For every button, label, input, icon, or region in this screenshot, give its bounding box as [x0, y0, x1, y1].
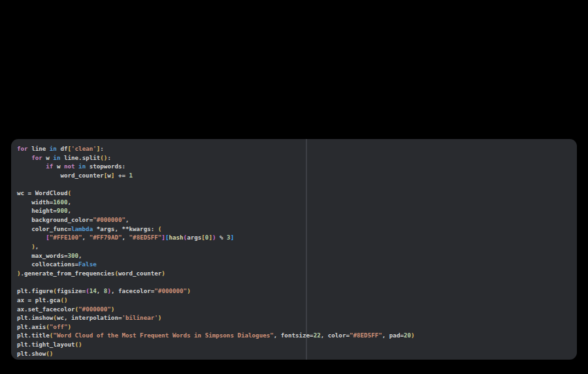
code-line: plt.axis("off") — [17, 322, 574, 332]
code-line: max_words=300, — [17, 251, 574, 260]
code-line: collocations=False — [17, 260, 574, 269]
code-line: word_counter[w] += 1 — [17, 171, 574, 180]
code-line: background_color="#000000", — [17, 215, 574, 225]
code-editor-panel[interactable]: for line in df['clean']: for w in line.s… — [11, 139, 577, 360]
screen-background: for line in df['clean']: for w in line.s… — [0, 0, 588, 374]
code-line: ax.set_facecolor("#000000") — [17, 305, 574, 314]
code-line: ["#FFE100", "#FF79AD", "#8ED5FF"][hash(a… — [17, 233, 574, 242]
code-line: width=1600, — [17, 198, 574, 207]
code-line: height=900, — [17, 206, 574, 215]
code-line: for line in df['clean']: — [17, 144, 574, 153]
code-line: ax = plt.gca() — [17, 296, 574, 305]
code-line: plt.tight_layout() — [17, 340, 574, 349]
code-area[interactable]: for line in df['clean']: for w in line.s… — [17, 144, 574, 358]
code-line: plt.figure(figsize=(14, 8), facecolor="#… — [17, 287, 574, 296]
code-line: ).generate_from_frequencies(word_counter… — [17, 269, 574, 278]
code-line: color_func=lambda *args, **kwargs: ( — [17, 225, 574, 234]
code-line: plt.title("Word Cloud of the Most Freque… — [17, 331, 574, 340]
code-line: if w not in stopwords: — [17, 162, 574, 171]
code-line: ), — [17, 242, 574, 251]
code-line: for w in line.split(): — [17, 153, 574, 163]
code-line: plt.imshow(wc, interpolation='bilinear') — [17, 313, 574, 322]
code-line — [17, 278, 574, 287]
code-line: plt.show() — [17, 349, 574, 358]
code-line: wc = WordCloud( — [17, 189, 574, 198]
code-line — [17, 180, 574, 189]
